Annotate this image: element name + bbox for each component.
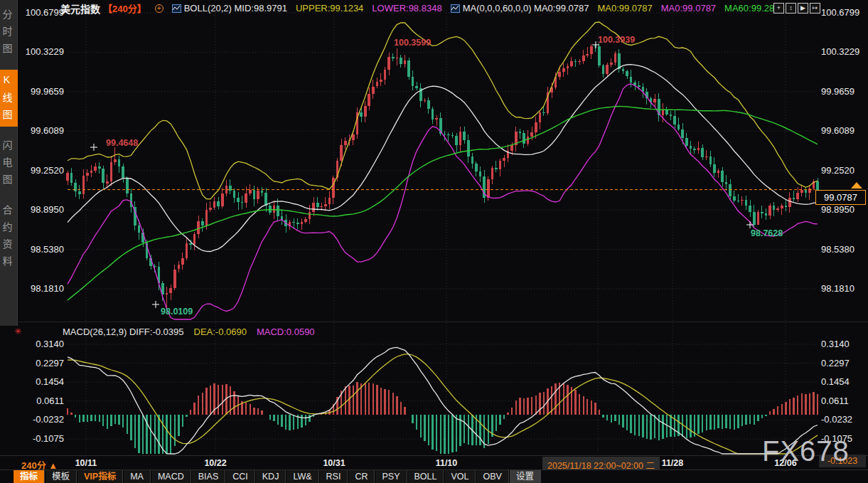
macd-axis-label: 0.0611 [821, 396, 849, 406]
toolbar-item-OBV[interactable]: OBV [476, 470, 508, 483]
price-axis-label: 99.9659 [20, 86, 64, 97]
x-axis-date-label: 10/11 [75, 458, 97, 468]
price-up-arrow-icon [851, 182, 862, 189]
macd-axis-label: -0.1075 [20, 433, 64, 444]
toolbar-item-LW&[interactable]: LW& [286, 470, 318, 483]
macd-header: MACD(26,12,9) DIFF:-0.0395 DEA:-0.0690 M… [63, 327, 315, 337]
price-extreme-annotation: 100.3599 [394, 38, 431, 48]
toolbar-item-VOL[interactable]: VOL [444, 470, 476, 483]
boll-upper-readout: UPPER:99.1234 [296, 3, 363, 14]
chart-application: 分时图K线图闪电图合约资料 美元指数 【240分】 + BOLL(20,2) M… [0, 0, 868, 483]
price-axis-label: 99.2520 [20, 165, 64, 176]
x-axis-date-label: 11/28 [662, 458, 684, 468]
price-extreme-annotation: 99.4648 [106, 138, 138, 148]
price-extreme-annotation: 98.7628 [751, 228, 783, 238]
macd-axis-label: -0.0232 [821, 414, 852, 425]
macd-axis-label: 0.3140 [20, 339, 64, 349]
x-axis-date-label: 11/10 [436, 458, 458, 468]
bottom-toolbar: 指标模板VIP指标MAMACDBIASCCIKDJLW&RSICRPSYBOLL… [0, 469, 868, 483]
macd-axis-label: 0.0611 [20, 396, 64, 406]
macd-axis-label: 0.1454 [20, 376, 64, 387]
price-chart-canvas[interactable] [0, 0, 868, 483]
macd-axis-label: 0.2297 [821, 358, 850, 368]
price-axis-label: 100.3229 [20, 46, 64, 57]
toolbar-item-BIAS[interactable]: BIAS [191, 470, 226, 483]
price-axis-label: 98.5380 [821, 244, 854, 255]
price-axis-label: 99.6089 [821, 125, 854, 136]
price-axis-label: 98.5380 [20, 244, 64, 255]
toolbar-item-模板[interactable]: 模板 [45, 470, 77, 483]
price-axis-label: 98.1810 [20, 283, 64, 294]
toolbar-item-VIP指标[interactable]: VIP指标 [77, 470, 123, 483]
toolbar-item-指标[interactable]: 指标 [13, 470, 45, 483]
chart-toolbar-icons: + ↕ ▶ ↦ [773, 3, 820, 14]
price-extreme-annotation: 98.0109 [161, 307, 193, 317]
macd-axis-label: 0.3140 [821, 339, 850, 349]
current-price-box: 99.0787 [815, 190, 866, 205]
price-axis-label: 100.6799 [20, 7, 64, 18]
toolbar-item-设置[interactable]: 设置 [509, 470, 541, 483]
boll-readout: BOLL(20,2) MID:98.9791 [184, 3, 287, 14]
period-label: 【240分】 [103, 1, 146, 15]
ma0-magenta-readout: MA0:99.0787 [661, 3, 716, 14]
price-axis-label: 99.9659 [821, 86, 854, 97]
scale-axis-icon[interactable]: ↕ [786, 3, 796, 14]
toolbar-item-MACD[interactable]: MACD [151, 470, 191, 483]
toolbar-item-KDJ[interactable]: KDJ [255, 470, 286, 483]
watermark: FX678 [762, 435, 850, 467]
autoplay-icon[interactable]: ▶ [798, 3, 808, 14]
x-axis-row: 240分 ▲ 2025/11/18 22:00~02:00 二 10/1110/… [0, 455, 868, 469]
price-axis-label: 99.2520 [821, 165, 854, 176]
macd-axis-label: 0.2297 [20, 358, 64, 368]
price-axis-label: 98.1810 [821, 283, 854, 294]
toolbar-item-BOLL[interactable]: BOLL [407, 470, 444, 483]
chart-header: 美元指数 【240分】 + BOLL(20,2) MID:98.9791 UPP… [60, 2, 785, 14]
toolbar-item-CR[interactable]: CR [348, 470, 375, 483]
x-axis-date-label: 10/22 [204, 458, 226, 468]
x-axis-date-label: 10/31 [323, 458, 345, 468]
ma-readout: MA(0,0,0,60,0,0) MA0:99.0787 [463, 3, 589, 14]
macd-dea-readout: DEA:-0.0690 [194, 327, 247, 337]
macd-axis-label: 0.1454 [821, 376, 850, 387]
boll-lower-readout: LOWER:98.8348 [372, 3, 441, 14]
price-axis-label: 98.8950 [821, 204, 854, 215]
macd-main-readout: MACD(26,12,9) DIFF:-0.0395 [63, 327, 184, 337]
toolbar-item-RSI[interactable]: RSI [319, 470, 348, 483]
toolbar-item-MA[interactable]: MA [123, 470, 151, 483]
macd-pane-icon[interactable]: ✳ [14, 327, 21, 336]
price-axis-label: 100.6799 [821, 7, 859, 18]
price-axis-label: 100.3229 [821, 46, 859, 57]
price-axis-label: 99.6089 [20, 125, 64, 136]
toolbar-item-PSY[interactable]: PSY [375, 470, 407, 483]
price-axis-label: 98.8950 [20, 204, 64, 215]
ma0-yellow-readout: MA0:99.0787 [597, 3, 652, 14]
macd-value-readout: MACD:0.0590 [257, 327, 315, 337]
price-extreme-annotation: 100.3939 [598, 35, 635, 45]
toolbar-item-CCI[interactable]: CCI [225, 470, 255, 483]
ma-indicator-icon[interactable] [451, 4, 460, 13]
symbol-title: 美元指数 [60, 1, 100, 16]
boll-indicator-icon[interactable] [172, 4, 181, 13]
shift-right-icon[interactable]: ↦ [810, 3, 820, 14]
pan-tool-icon[interactable]: + [773, 3, 784, 14]
macd-axis-label: -0.0232 [20, 414, 64, 425]
crosshair-link-icon[interactable]: + [155, 4, 164, 13]
